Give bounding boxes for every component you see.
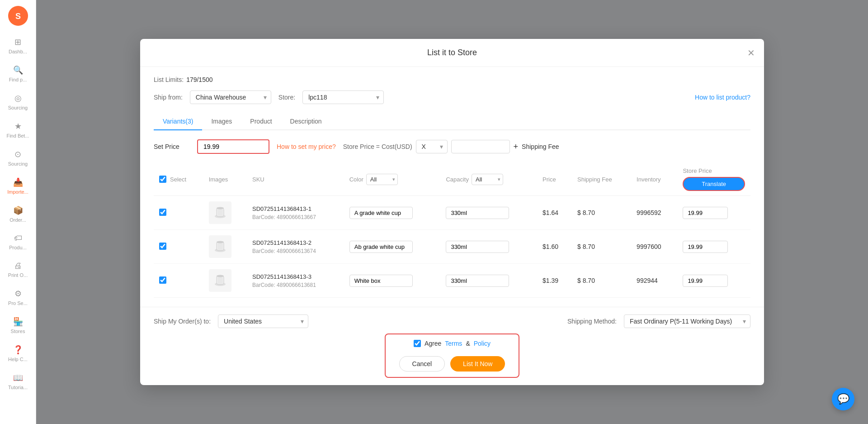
chat-button[interactable]: 💬 [832, 388, 854, 410]
row-price-cell-0: $1.64 [537, 196, 572, 230]
sidebar-item-sourcing2[interactable]: ⊙ Sourcing [0, 144, 36, 172]
th-shipping-fee: Shipping Fee [572, 163, 631, 196]
plus-icon: + [514, 142, 519, 152]
tab-variants[interactable]: Variants(3) [154, 113, 202, 130]
row-checkbox-cell-0 [154, 196, 203, 230]
sidebar-item-tutorials[interactable]: 📖 Tutoria... [0, 367, 36, 395]
th-color: Color All [344, 163, 441, 196]
sidebar-item-label: Tutoria... [8, 385, 28, 390]
tab-product[interactable]: Product [241, 113, 281, 130]
multiplier-select-wrapper[interactable]: X [416, 140, 448, 153]
stores-icon: 🏪 [13, 317, 23, 327]
row-color-cell-0 [344, 196, 441, 230]
list-to-store-modal: List it to Store ✕ List Limits: 179/1500… [140, 39, 764, 385]
row-inventory-cell-0: 9996592 [631, 196, 677, 230]
tab-images[interactable]: Images [202, 113, 241, 130]
th-images: Images [203, 163, 247, 196]
row-capacity-cell-0 [440, 196, 537, 230]
color-input-0[interactable] [349, 207, 413, 219]
capacity-input-1[interactable] [446, 241, 509, 253]
shipping-method-select-wrapper[interactable]: Fast Ordinary P(5-11 Working Days) [624, 314, 750, 328]
color-input-1[interactable] [349, 241, 413, 253]
row-color-cell-2 [344, 264, 441, 298]
store-price-input-0[interactable] [683, 207, 728, 219]
svg-rect-8 [217, 243, 223, 249]
sidebar-item-label: Pro Se... [8, 300, 28, 306]
dashboard-icon: ⊞ [14, 37, 21, 47]
row-checkbox-0[interactable] [159, 209, 166, 216]
ship-from-row: Ship from: China Warehouse Store: lpc118 [154, 91, 750, 104]
sidebar-item-pro[interactable]: ⚙ Pro Se... [0, 283, 36, 311]
capacity-input-2[interactable] [446, 275, 509, 287]
terms-link[interactable]: Terms [445, 340, 462, 347]
sidebar-item-import[interactable]: 📥 Importe... [0, 172, 36, 200]
capacity-filter-wrapper[interactable]: All [472, 174, 503, 185]
tabs-container: Variants(3) Images Product Description [154, 113, 750, 130]
sidebar-item-help[interactable]: ❓ Help C... [0, 339, 36, 367]
how-to-list-link[interactable]: How to list product? [695, 94, 750, 101]
find-icon: 🔍 [13, 65, 23, 75]
row-store-price-cell-2 [677, 264, 750, 298]
row-color-cell-1 [344, 230, 441, 264]
table-row: SD07251141368413-3 BarCode: 489006661368… [154, 264, 750, 298]
th-inventory: Inventory [631, 163, 677, 196]
shipping-method-select[interactable]: Fast Ordinary P(5-11 Working Days) [624, 314, 750, 328]
ship-to-select[interactable]: United States [218, 314, 308, 328]
sidebar-item-print[interactable]: 🖨 Print O... [0, 256, 36, 283]
sidebar-item-stores[interactable]: 🏪 Stores [0, 311, 36, 339]
shipping-method-label: Shipping Method: [567, 318, 617, 325]
sidebar-item-dashboard[interactable]: ⊞ Dashb... [0, 32, 36, 60]
how-to-price-link[interactable]: How to set my price? [277, 143, 336, 150]
capacity-filter-select[interactable]: All [472, 174, 503, 185]
store-price-input-1[interactable] [683, 241, 728, 253]
list-now-button[interactable]: List It Now [450, 356, 505, 372]
select-all-checkbox[interactable] [159, 176, 166, 183]
main-content: List it to Store ✕ List Limits: 179/1500… [36, 0, 868, 424]
ship-from-select[interactable]: China Warehouse [190, 91, 271, 104]
action-buttons: Cancel List It Now [399, 356, 505, 372]
sidebar-item-find-better[interactable]: ★ Find Bet... [0, 116, 36, 144]
sidebar-item-products[interactable]: 🏷 Produ... [0, 228, 36, 256]
agree-checkbox[interactable] [414, 340, 421, 347]
product-image-1 [209, 235, 231, 258]
capacity-input-0[interactable] [446, 207, 509, 219]
sidebar-item-orders[interactable]: 📦 Order... [0, 200, 36, 228]
store-price-input-2[interactable] [683, 275, 728, 287]
store-select-wrapper[interactable]: lpc118 [302, 91, 384, 104]
set-price-input[interactable] [197, 139, 269, 154]
cancel-button[interactable]: Cancel [399, 356, 445, 372]
row-checkbox-1[interactable] [159, 243, 166, 250]
sidebar-item-sourcing[interactable]: ◎ Sourcing [0, 88, 36, 116]
footer-shipping-method-section: Shipping Method: Fast Ordinary P(5-11 Wo… [567, 314, 750, 328]
select-all-label: Select [170, 176, 186, 183]
table-row: SD07251141368413-1 BarCode: 489006661366… [154, 196, 750, 230]
multiplier-select[interactable]: X [416, 140, 448, 153]
color-filter-wrapper[interactable]: All [366, 174, 398, 185]
list-limits-value: 179/1500 [186, 76, 212, 83]
orders-icon: 📦 [13, 205, 23, 215]
row-image-cell-0 [203, 196, 247, 230]
translate-button[interactable]: Translate [683, 177, 745, 191]
policy-link[interactable]: Policy [474, 340, 491, 347]
tutorials-icon: 📖 [13, 373, 23, 383]
shipping-fee-formula-label: Shipping Fee [522, 143, 559, 150]
modal-close-button[interactable]: ✕ [747, 48, 755, 58]
table-row: SD07251141368413-2 BarCode: 489006661367… [154, 230, 750, 264]
agree-text-label: Agree [425, 340, 441, 347]
store-select[interactable]: lpc118 [302, 91, 384, 104]
row-price-cell-1: $1.60 [537, 230, 572, 264]
footer-ship-section: Ship My Order(s) to: United States [154, 314, 308, 328]
ship-from-select-wrapper[interactable]: China Warehouse [190, 91, 271, 104]
sidebar-item-label: Produ... [9, 245, 27, 250]
color-input-2[interactable] [349, 275, 413, 287]
sidebar-item-label: Sourcing [8, 161, 28, 167]
formula-value-input[interactable] [451, 140, 510, 153]
sidebar-item-find[interactable]: 🔍 Find p... [0, 60, 36, 88]
row-sku-cell-0: SD07251141368413-1 BarCode: 489006661366… [247, 196, 344, 230]
color-filter-select[interactable]: All [366, 174, 398, 185]
ship-to-select-wrapper[interactable]: United States [218, 314, 308, 328]
sidebar-item-label: Find Bet... [6, 133, 29, 138]
row-image-cell-1 [203, 230, 247, 264]
row-checkbox-2[interactable] [159, 276, 166, 284]
tab-description[interactable]: Description [281, 113, 331, 130]
